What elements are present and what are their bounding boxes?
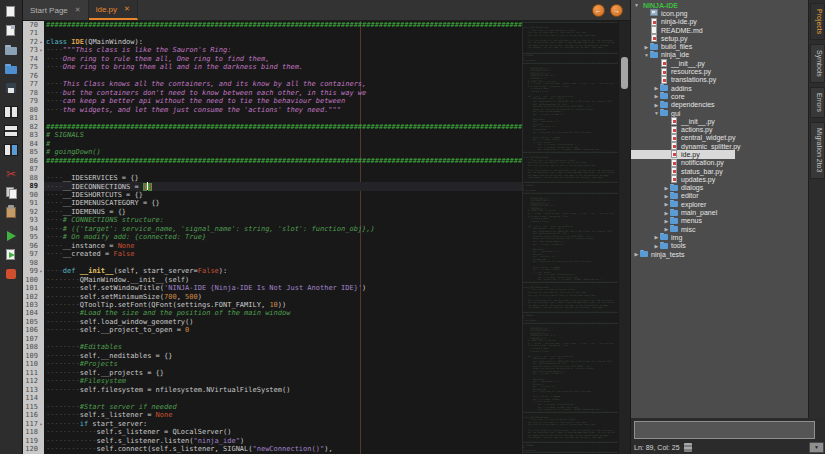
expand-arrow-icon[interactable]: ▼: [653, 110, 660, 116]
folder-icon: [670, 200, 680, 208]
expand-arrow-icon[interactable]: ▶: [663, 185, 670, 191]
tree-item-img[interactable]: ▶img: [631, 233, 808, 241]
folder-icon: [660, 84, 670, 92]
expand-arrow-icon[interactable]: ▶: [653, 234, 660, 240]
run-project-button[interactable]: [0, 226, 22, 245]
close-icon[interactable]: ✕: [75, 6, 81, 14]
expand-arrow-icon[interactable]: ▶: [663, 226, 670, 232]
expand-arrow-icon[interactable]: ▶: [653, 93, 660, 99]
expand-arrow-icon[interactable]: ▶: [653, 85, 660, 91]
minimap[interactable]: ########################################…: [522, 21, 619, 454]
split-vertical-button[interactable]: [0, 121, 22, 140]
copy-button[interactable]: [0, 183, 22, 202]
code-editor[interactable]: 70######################################…: [23, 21, 630, 454]
side-tab-projects[interactable]: Projects: [810, 3, 825, 40]
tree-item-dynamic-splitter-py[interactable]: dynamic_splitter.py: [631, 142, 808, 150]
line-number: 104: [23, 309, 44, 317]
split-horizontal-button[interactable]: [0, 102, 22, 121]
split-vertical-icon: [4, 124, 18, 138]
tree-item-resources-py[interactable]: resources.py: [631, 67, 808, 75]
tree-item-editor[interactable]: ▶editor: [631, 192, 808, 200]
tree-item-ninja-ide[interactable]: ▼ninja_ide: [631, 51, 808, 59]
expand-arrow-icon[interactable]: ▶: [643, 44, 650, 50]
new-project-button[interactable]: [0, 21, 22, 40]
run-file-button[interactable]: [0, 245, 22, 264]
tree-item-addins[interactable]: ▶addins: [631, 84, 808, 92]
stop-button[interactable]: [0, 264, 22, 283]
folder-icon: [670, 225, 680, 233]
tree-item-label: dynamic_splitter.py: [681, 143, 741, 150]
tree-item-translations-py[interactable]: translations.py: [631, 76, 808, 84]
run-project-icon: [4, 229, 18, 243]
tree-item-build-files[interactable]: ▶build_files: [631, 42, 808, 50]
expand-arrow-icon[interactable]: ▶: [663, 218, 670, 224]
tree-item-menus[interactable]: ▶menus: [631, 217, 808, 225]
tree-item-init-py[interactable]: __init__.py: [631, 117, 808, 125]
tree-item-misc[interactable]: ▶misc: [631, 225, 808, 233]
tree-item-ninja-ide-py[interactable]: ninja-ide.py: [631, 18, 808, 26]
tree-item-label: ninja_tests: [651, 251, 684, 258]
tree-item-gui[interactable]: ▼gui: [631, 109, 808, 117]
tab-start-page[interactable]: Start Page✕: [23, 0, 89, 20]
tree-item-explorer[interactable]: ▶explorer: [631, 200, 808, 208]
tree-item-status-bar-py[interactable]: status_bar.py: [631, 167, 808, 175]
tree-item-main-panel[interactable]: ▶main_panel: [631, 208, 808, 216]
side-tab-errors[interactable]: Errors: [810, 87, 825, 118]
save-button[interactable]: [0, 78, 22, 97]
tree-item-readme-md[interactable]: README.md: [631, 26, 808, 34]
expand-arrow-icon[interactable]: ▶: [663, 193, 670, 199]
expand-arrow-icon[interactable]: ▶: [653, 243, 660, 249]
panel-selector-dropdown[interactable]: ▼: [809, 442, 824, 453]
nav-forward-button[interactable]: →: [610, 4, 623, 17]
tree-item-dialogs[interactable]: ▶dialogs: [631, 184, 808, 192]
side-tab-symbols[interactable]: Symbols: [810, 44, 825, 83]
line-number: 98: [23, 259, 44, 267]
tree-item-ninja-ide[interactable]: ▼NINJA-IDE: [631, 1, 808, 9]
expand-arrow-icon[interactable]: ▶: [663, 210, 670, 216]
editor-scrollbar[interactable]: [618, 21, 630, 454]
line-number: 118: [23, 428, 44, 436]
expand-arrow-icon[interactable]: ▼: [643, 52, 650, 58]
tree-item-init-py[interactable]: __init__.py: [631, 59, 808, 67]
python-file-icon: [670, 134, 680, 142]
side-tab-migration-2to3[interactable]: Migration 2to3: [810, 122, 825, 178]
cut-button[interactable]: [0, 164, 22, 183]
tree-item-label: resources.py: [671, 68, 711, 75]
tree-item-label: README.md: [661, 27, 703, 34]
scrollbar-thumb[interactable]: [621, 57, 628, 89]
status-icon[interactable]: [684, 443, 692, 452]
tree-item-core[interactable]: ▶core: [631, 92, 808, 100]
tree-item-updates-py[interactable]: updates.py: [631, 175, 808, 183]
follow-mode-button[interactable]: [0, 140, 22, 159]
line-number: 115: [23, 403, 44, 411]
tree-item-dependencies[interactable]: ▶dependencies: [631, 101, 808, 109]
line-number: 88: [23, 174, 44, 182]
tree-item-label: status_bar.py: [681, 168, 723, 175]
line-number: 91: [23, 199, 44, 207]
line-number: 102: [23, 293, 44, 301]
tab-ide-py[interactable]: ide.py✕: [89, 0, 138, 20]
tree-item-actions-py[interactable]: actions.py: [631, 125, 808, 133]
tree-item-tools[interactable]: ▶tools: [631, 242, 808, 250]
tree-item-setup-py[interactable]: setup.py: [631, 34, 808, 42]
expand-arrow-icon[interactable]: ▼: [633, 2, 640, 8]
tree-item-ninja-tests[interactable]: ▶ninja_tests: [631, 250, 808, 258]
expand-arrow-icon[interactable]: ▶: [633, 251, 640, 257]
tree-item-notification-py[interactable]: notification.py: [631, 159, 808, 167]
paste-button[interactable]: [0, 202, 22, 221]
python-file-icon: [670, 175, 680, 183]
expand-arrow-icon[interactable]: ▶: [663, 201, 670, 207]
expand-arrow-icon[interactable]: ▶: [653, 102, 660, 108]
new-file-icon: [4, 5, 18, 19]
open-project-button[interactable]: [0, 59, 22, 78]
open-file-button[interactable]: [0, 40, 22, 59]
new-file-button[interactable]: [0, 2, 22, 21]
tree-item-central-widget-py[interactable]: central_widget.py: [631, 134, 808, 142]
folder-icon: [650, 51, 660, 59]
nav-back-button[interactable]: ←: [592, 4, 605, 17]
line-number: 107: [23, 335, 44, 343]
tree-item-ide-py[interactable]: ide.py: [631, 150, 808, 158]
close-icon[interactable]: ✕: [124, 5, 130, 13]
line-number: 84: [23, 140, 44, 148]
tree-item-icon-png[interactable]: icon.png: [631, 9, 808, 17]
